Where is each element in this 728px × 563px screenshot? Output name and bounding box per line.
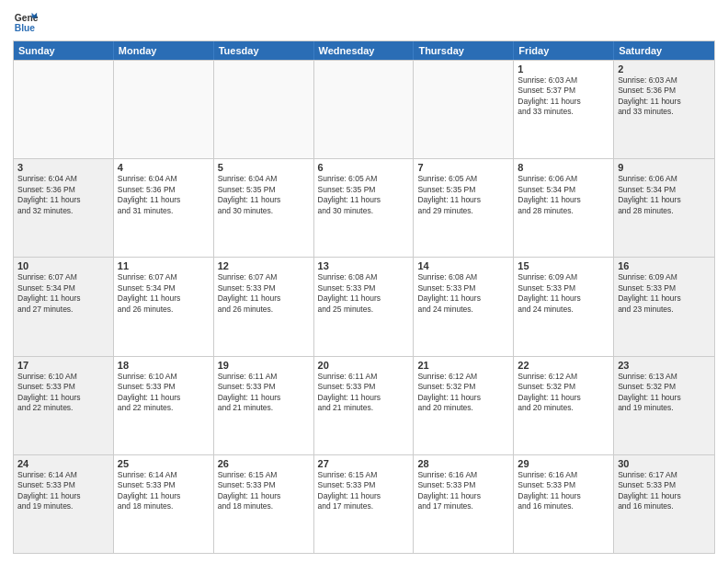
- weekday-header: Sunday: [14, 41, 114, 60]
- header: General Blue: [13, 9, 715, 35]
- day-number: 7: [417, 162, 509, 173]
- day-number: 14: [417, 260, 509, 271]
- day-cell: 23Sunrise: 6:13 AM Sunset: 5:32 PM Dayli…: [614, 357, 714, 454]
- day-info: Sunrise: 6:08 AM Sunset: 5:33 PM Dayligh…: [318, 272, 410, 315]
- day-cell: 8Sunrise: 6:06 AM Sunset: 5:34 PM Daylig…: [514, 159, 614, 257]
- day-cell: 25Sunrise: 6:14 AM Sunset: 5:33 PM Dayli…: [114, 455, 214, 553]
- day-cell: 27Sunrise: 6:15 AM Sunset: 5:33 PM Dayli…: [314, 455, 415, 553]
- day-cell: 30Sunrise: 6:17 AM Sunset: 5:33 PM Dayli…: [614, 455, 714, 553]
- empty-cell: [114, 61, 214, 158]
- day-info: Sunrise: 6:07 AM Sunset: 5:34 PM Dayligh…: [17, 272, 109, 315]
- day-info: Sunrise: 6:09 AM Sunset: 5:33 PM Dayligh…: [518, 272, 609, 315]
- day-number: 23: [618, 360, 711, 371]
- day-info: Sunrise: 6:11 AM Sunset: 5:33 PM Dayligh…: [318, 372, 410, 414]
- day-number: 2: [618, 63, 711, 75]
- empty-cell: [414, 61, 514, 158]
- page: General Blue SundayMondayTuesdayWednesda…: [0, 0, 728, 563]
- empty-cell: [14, 61, 114, 158]
- day-number: 29: [518, 458, 609, 469]
- day-info: Sunrise: 6:11 AM Sunset: 5:33 PM Dayligh…: [218, 372, 310, 414]
- svg-text:General: General: [15, 13, 39, 23]
- day-cell: 26Sunrise: 6:15 AM Sunset: 5:33 PM Dayli…: [214, 455, 314, 553]
- day-info: Sunrise: 6:16 AM Sunset: 5:33 PM Dayligh…: [518, 470, 609, 512]
- day-info: Sunrise: 6:08 AM Sunset: 5:33 PM Dayligh…: [417, 272, 509, 315]
- day-number: 28: [417, 458, 509, 469]
- weekday-header: Friday: [514, 41, 614, 60]
- day-cell: 1Sunrise: 6:03 AM Sunset: 5:37 PM Daylig…: [514, 61, 614, 158]
- calendar-row: 1Sunrise: 6:03 AM Sunset: 5:37 PM Daylig…: [14, 60, 714, 158]
- day-info: Sunrise: 6:04 AM Sunset: 5:36 PM Dayligh…: [17, 174, 109, 216]
- day-info: Sunrise: 6:12 AM Sunset: 5:32 PM Dayligh…: [417, 372, 509, 414]
- day-info: Sunrise: 6:07 AM Sunset: 5:34 PM Dayligh…: [118, 272, 210, 315]
- day-cell: 5Sunrise: 6:04 AM Sunset: 5:35 PM Daylig…: [214, 159, 314, 257]
- day-info: Sunrise: 6:13 AM Sunset: 5:32 PM Dayligh…: [618, 372, 711, 414]
- day-number: 27: [318, 458, 410, 469]
- day-number: 15: [518, 260, 609, 271]
- day-cell: 9Sunrise: 6:06 AM Sunset: 5:34 PM Daylig…: [614, 159, 714, 257]
- day-number: 5: [218, 162, 310, 173]
- day-cell: 10Sunrise: 6:07 AM Sunset: 5:34 PM Dayli…: [14, 258, 114, 355]
- calendar-row: 24Sunrise: 6:14 AM Sunset: 5:33 PM Dayli…: [14, 454, 714, 553]
- day-info: Sunrise: 6:05 AM Sunset: 5:35 PM Dayligh…: [318, 174, 410, 216]
- day-number: 10: [17, 260, 109, 271]
- day-cell: 12Sunrise: 6:07 AM Sunset: 5:33 PM Dayli…: [214, 258, 314, 355]
- day-number: 6: [318, 162, 410, 173]
- weekday-header: Tuesday: [214, 41, 314, 60]
- day-info: Sunrise: 6:03 AM Sunset: 5:37 PM Dayligh…: [518, 75, 609, 118]
- day-cell: 11Sunrise: 6:07 AM Sunset: 5:34 PM Dayli…: [114, 258, 214, 355]
- day-cell: 24Sunrise: 6:14 AM Sunset: 5:33 PM Dayli…: [14, 455, 114, 553]
- day-number: 1: [518, 63, 609, 75]
- day-info: Sunrise: 6:10 AM Sunset: 5:33 PM Dayligh…: [118, 372, 210, 414]
- day-number: 12: [218, 260, 310, 271]
- day-info: Sunrise: 6:15 AM Sunset: 5:33 PM Dayligh…: [318, 470, 410, 512]
- day-number: 4: [118, 162, 210, 173]
- day-info: Sunrise: 6:16 AM Sunset: 5:33 PM Dayligh…: [417, 470, 509, 512]
- day-number: 20: [318, 360, 410, 371]
- day-number: 11: [118, 260, 210, 271]
- logo-icon: General Blue: [13, 9, 39, 35]
- calendar-row: 10Sunrise: 6:07 AM Sunset: 5:34 PM Dayli…: [14, 257, 714, 355]
- day-info: Sunrise: 6:12 AM Sunset: 5:32 PM Dayligh…: [518, 372, 609, 414]
- day-number: 17: [17, 360, 109, 371]
- svg-text:Blue: Blue: [15, 23, 36, 33]
- day-number: 24: [17, 458, 109, 469]
- weekday-header: Saturday: [614, 41, 714, 60]
- day-cell: 22Sunrise: 6:12 AM Sunset: 5:32 PM Dayli…: [514, 357, 614, 454]
- day-cell: 15Sunrise: 6:09 AM Sunset: 5:33 PM Dayli…: [514, 258, 614, 355]
- calendar-row: 17Sunrise: 6:10 AM Sunset: 5:33 PM Dayli…: [14, 356, 714, 454]
- day-cell: 17Sunrise: 6:10 AM Sunset: 5:33 PM Dayli…: [14, 357, 114, 454]
- day-info: Sunrise: 6:04 AM Sunset: 5:36 PM Dayligh…: [118, 174, 210, 216]
- day-info: Sunrise: 6:04 AM Sunset: 5:35 PM Dayligh…: [218, 174, 310, 216]
- day-cell: 6Sunrise: 6:05 AM Sunset: 5:35 PM Daylig…: [314, 159, 415, 257]
- day-cell: 28Sunrise: 6:16 AM Sunset: 5:33 PM Dayli…: [414, 455, 514, 553]
- day-number: 26: [218, 458, 310, 469]
- day-info: Sunrise: 6:05 AM Sunset: 5:35 PM Dayligh…: [417, 174, 509, 216]
- day-cell: 4Sunrise: 6:04 AM Sunset: 5:36 PM Daylig…: [114, 159, 214, 257]
- weekday-header: Wednesday: [314, 41, 415, 60]
- day-number: 16: [618, 260, 711, 271]
- calendar-body: 1Sunrise: 6:03 AM Sunset: 5:37 PM Daylig…: [14, 60, 714, 553]
- day-cell: 16Sunrise: 6:09 AM Sunset: 5:33 PM Dayli…: [614, 258, 714, 355]
- day-cell: 14Sunrise: 6:08 AM Sunset: 5:33 PM Dayli…: [414, 258, 514, 355]
- day-info: Sunrise: 6:06 AM Sunset: 5:34 PM Dayligh…: [618, 174, 711, 216]
- empty-cell: [314, 61, 415, 158]
- logo: General Blue: [13, 9, 42, 35]
- day-info: Sunrise: 6:10 AM Sunset: 5:33 PM Dayligh…: [17, 372, 109, 414]
- day-info: Sunrise: 6:09 AM Sunset: 5:33 PM Dayligh…: [618, 272, 711, 315]
- day-info: Sunrise: 6:14 AM Sunset: 5:33 PM Dayligh…: [17, 470, 109, 512]
- calendar-header: SundayMondayTuesdayWednesdayThursdayFrid…: [14, 41, 714, 60]
- day-cell: 29Sunrise: 6:16 AM Sunset: 5:33 PM Dayli…: [514, 455, 614, 553]
- day-info: Sunrise: 6:06 AM Sunset: 5:34 PM Dayligh…: [518, 174, 609, 216]
- calendar-row: 3Sunrise: 6:04 AM Sunset: 5:36 PM Daylig…: [14, 158, 714, 257]
- day-info: Sunrise: 6:14 AM Sunset: 5:33 PM Dayligh…: [118, 470, 210, 512]
- calendar: SundayMondayTuesdayWednesdayThursdayFrid…: [13, 40, 715, 554]
- day-cell: 13Sunrise: 6:08 AM Sunset: 5:33 PM Dayli…: [314, 258, 415, 355]
- day-cell: 20Sunrise: 6:11 AM Sunset: 5:33 PM Dayli…: [314, 357, 415, 454]
- empty-cell: [214, 61, 314, 158]
- day-cell: 2Sunrise: 6:03 AM Sunset: 5:36 PM Daylig…: [614, 61, 714, 158]
- day-info: Sunrise: 6:17 AM Sunset: 5:33 PM Dayligh…: [618, 470, 711, 512]
- weekday-header: Monday: [114, 41, 214, 60]
- weekday-header: Thursday: [414, 41, 514, 60]
- day-number: 30: [618, 458, 711, 469]
- day-number: 9: [618, 162, 711, 173]
